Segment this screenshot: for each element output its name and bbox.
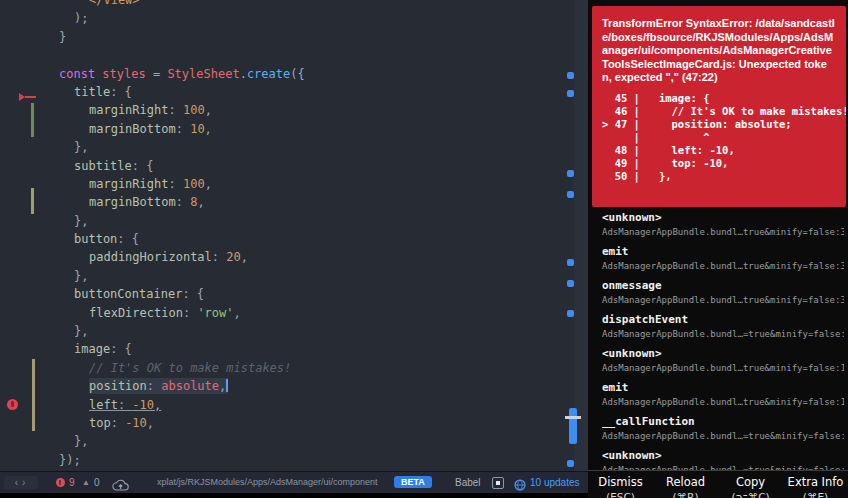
gutter-arrow-line (25, 96, 36, 98)
error-message: TransformError SyntaxError: /data/sandca… (602, 17, 836, 85)
stack-frame-location: AdsManagerAppBundle.bundl…true&minify=fa… (602, 295, 844, 305)
code-line[interactable]: title: { (0, 83, 588, 101)
stack-frame-location: AdsManagerAppBundle.bundl…true&minify=fa… (602, 227, 844, 237)
updates-status[interactable]: 10 updates (530, 472, 580, 493)
upload-cloud-icon[interactable] (112, 477, 129, 498)
nav-history-buttons[interactable]: ‹› (4, 476, 38, 489)
code-line[interactable]: // It's OK to make mistakes! (0, 359, 588, 377)
change-marker (567, 170, 574, 177)
errors-count[interactable]: 9 (69, 472, 75, 493)
stack-frame[interactable]: emitAdsManagerAppBundle.bundl…true&minif… (602, 381, 844, 407)
stack-frame-name: onmessage (602, 279, 844, 292)
stack-frame[interactable]: dispatchEventAdsManagerAppBundle.bundl…=… (602, 313, 844, 339)
text-cursor (226, 379, 228, 392)
change-marker (567, 310, 574, 317)
code-area[interactable]: </View>);}const styles = StyleSheet.crea… (0, 0, 588, 469)
errors-icon[interactable] (56, 478, 65, 487)
git-modified-marker (31, 188, 34, 214)
error-dot-icon[interactable] (7, 399, 18, 410)
git-added-marker (31, 103, 34, 137)
code-line[interactable]: marginBottom: 10, (0, 120, 588, 138)
button-label: Copy (718, 476, 783, 489)
code-line[interactable]: }, (0, 322, 588, 340)
code-line[interactable]: buttonContainer: { (0, 285, 588, 303)
code-line[interactable]: </View> (0, 0, 588, 9)
button-shortcut: (ESC) (588, 491, 653, 498)
code-line[interactable]: left: -10, (0, 396, 588, 414)
button-label: Dismiss (588, 476, 653, 489)
stack-frame[interactable]: <unknown>AdsManagerAppBundle.bundl…true&… (602, 211, 844, 237)
stack-frame[interactable]: __callFunctionAdsManagerAppBundle.bundl…… (602, 415, 844, 441)
code-editor[interactable]: </View>);}const styles = StyleSheet.crea… (0, 0, 588, 471)
code-line[interactable]: }); (0, 451, 588, 469)
ide-screen: </View>);}const styles = StyleSheet.crea… (0, 0, 848, 498)
code-line[interactable]: flexDirection: 'row', (0, 304, 588, 322)
code-line[interactable]: ); (0, 9, 588, 27)
stack-frame-location: AdsManagerAppBundle.bundl…true&minify=fa… (602, 397, 844, 407)
file-path-breadcrumb[interactable]: xplat/js/RKJSModules/Apps/AdsManager/ui/… (157, 472, 378, 493)
redbox-button-copy[interactable]: Copy(⌥⌘C) (718, 471, 783, 498)
code-line[interactable]: }, (0, 432, 588, 450)
change-marker (567, 460, 574, 467)
code-line[interactable]: }, (0, 267, 588, 285)
code-line[interactable]: position: absolute, (0, 377, 588, 395)
code-line[interactable]: paddingHorizontal: 20, (0, 248, 588, 266)
button-label: Extra Info (783, 476, 848, 489)
code-line[interactable]: }, (0, 138, 588, 156)
forward-button[interactable]: › (22, 477, 29, 488)
warnings-count[interactable]: 0 (94, 472, 100, 493)
code-line[interactable]: const styles = StyleSheet.create({ (0, 65, 588, 83)
code-line[interactable]: }, (0, 212, 588, 230)
indicator-square-icon[interactable] (492, 477, 504, 489)
button-shortcut: (⌘R) (653, 491, 718, 498)
back-button[interactable]: ‹ (15, 477, 22, 488)
scrollbar-thumb[interactable] (569, 408, 577, 444)
status-bar: ‹› 9 ▲ 0 xplat/js/RKJSModules/Apps/AdsMa… (0, 471, 588, 493)
stack-frame-name: emit (602, 381, 844, 394)
stack-frame[interactable]: <unknown>AdsManagerAppBundle.bundl…true&… (602, 347, 844, 373)
updates-globe-icon[interactable] (514, 477, 526, 498)
code-line[interactable]: top: -10, (0, 414, 588, 432)
stack-frame-location: AdsManagerAppBundle.bundl…=true&minify=f… (602, 329, 844, 339)
redbox-button-extra-info[interactable]: Extra Info(⌘E) (783, 471, 848, 498)
redbox-button-reload[interactable]: Reload(⌘R) (653, 471, 718, 498)
beta-badge: BETA (394, 476, 432, 488)
code-line[interactable]: button: { (0, 230, 588, 248)
redbox-panel: TransformError SyntaxError: /data/sandca… (588, 0, 848, 498)
code-line[interactable]: } (0, 28, 588, 46)
code-line[interactable]: marginBottom: 8, (0, 193, 588, 211)
code-line[interactable]: image: { (0, 340, 588, 358)
stack-frame-name: <unknown> (602, 449, 844, 462)
stack-frame-name: dispatchEvent (602, 313, 844, 326)
code-line[interactable]: marginRight: 100, (0, 101, 588, 119)
redbox-error: TransformError SyntaxError: /data/sandca… (592, 6, 846, 207)
overview-ruler[interactable] (574, 0, 588, 471)
error-code-frame: 45 | image: { 46 | // It's OK to make mi… (602, 92, 836, 183)
change-marker (567, 72, 574, 79)
warnings-icon[interactable]: ▲ (82, 472, 90, 493)
stack-frame-name: emit (602, 245, 844, 258)
code-line[interactable]: marginRight: 100, (0, 175, 588, 193)
button-shortcut: (⌥⌘C) (718, 491, 783, 498)
stack-frame[interactable]: <unknown>AdsManagerAppBundle.bundl…=true… (602, 449, 844, 470)
code-line[interactable] (0, 46, 588, 64)
stack-frame-location: AdsManagerAppBundle.bundl…=true&minify=f… (602, 431, 844, 441)
stack-trace-list[interactable]: <unknown>AdsManagerAppBundle.bundl…true&… (602, 211, 844, 470)
stack-frame-name: <unknown> (602, 347, 844, 360)
git-modified-marker (32, 359, 35, 431)
stack-frame-location: AdsManagerAppBundle.bundl…true&minify=fa… (602, 261, 844, 271)
button-label: Reload (653, 476, 718, 489)
scroll-position-marker (565, 416, 581, 419)
redbox-footer: Dismiss(ESC)Reload(⌘R)Copy(⌥⌘C)Extra Inf… (588, 470, 848, 498)
stack-frame-location: AdsManagerAppBundle.bundl…true&minify=fa… (602, 363, 844, 373)
button-shortcut: (⌘E) (783, 491, 848, 498)
change-marker (567, 191, 574, 198)
stack-frame[interactable]: onmessageAdsManagerAppBundle.bundl…true&… (602, 279, 844, 305)
babel-status[interactable]: Babel (455, 472, 481, 493)
stack-frame-name: <unknown> (602, 211, 844, 224)
code-line[interactable]: subtitle: { (0, 157, 588, 175)
redbox-button-dismiss[interactable]: Dismiss(ESC) (588, 471, 653, 498)
stack-frame[interactable]: emitAdsManagerAppBundle.bundl…true&minif… (602, 245, 844, 271)
change-marker (567, 90, 574, 97)
change-marker (567, 259, 574, 266)
